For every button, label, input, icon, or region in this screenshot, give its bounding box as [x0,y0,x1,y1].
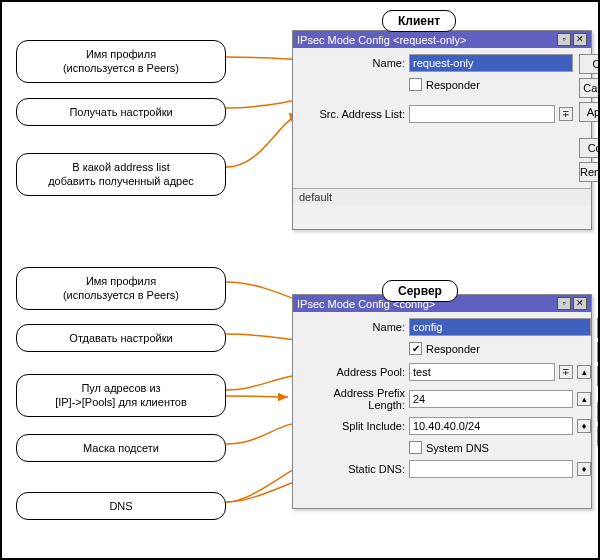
sdns-input[interactable] [409,460,573,478]
up-icon[interactable]: ▴ [577,392,591,406]
up-down-icon[interactable]: ♦ [577,462,591,476]
apply-button[interactable]: Apply [579,102,600,122]
client-title: IPsec Mode Config <request-only> [297,34,466,46]
label-split: Split Include: [299,420,405,432]
sysdns-checkbox[interactable] [409,441,422,454]
callout-server-prefix: Маска подсети [16,434,226,462]
responder-label: Responder [426,79,480,91]
responder-checkbox[interactable]: ✔ [409,342,422,355]
client-status: default [293,188,591,205]
callout-server-pool: Пул адресов из[IP]->[Pools] для клиентов [16,374,226,417]
pool-input[interactable] [409,363,555,381]
callout-server-responder: Отдавать настройки [16,324,226,352]
ok-button[interactable]: OK [579,54,600,74]
close-icon[interactable]: ✕ [573,33,587,46]
callout-server-profile: Имя профиля(используется в Peers) [16,267,226,310]
client-badge: Клиент [382,10,456,32]
copy-button[interactable]: Copy [579,138,600,158]
label-prefix: Address Prefix Length: [299,387,405,411]
name-input[interactable] [409,54,573,72]
close-icon[interactable]: ✕ [573,297,587,310]
label-sdns: Static DNS: [299,463,405,475]
server-badge: Сервер [382,280,458,302]
minimize-icon[interactable]: ▫ [557,33,571,46]
split-input[interactable] [409,417,573,435]
prefix-input[interactable] [409,390,573,408]
callout-client-responder: Получать настройки [16,98,226,126]
label-src: Src. Address List: [299,108,405,120]
responder-checkbox[interactable] [409,78,422,91]
label-name: Name: [299,321,405,333]
name-input[interactable] [409,318,591,336]
dropdown-icon[interactable]: ∓ [559,107,573,121]
minimize-icon[interactable]: ▫ [557,297,571,310]
callout-client-srclist: В какой address listдобавить полученный … [16,153,226,196]
callout-client-profile: Имя профиля(используется в Peers) [16,40,226,83]
callout-server-dns: DNS [16,492,226,520]
server-dialog: IPsec Mode Config <config> ▫ ✕ Name: ✔ R… [292,294,592,509]
up-down-icon[interactable]: ♦ [577,419,591,433]
client-dialog: IPsec Mode Config <request-only> ▫ ✕ Nam… [292,30,592,230]
client-titlebar: IPsec Mode Config <request-only> ▫ ✕ [293,31,591,48]
remove-button[interactable]: Remove [579,162,600,182]
sysdns-label: System DNS [426,442,489,454]
up-icon[interactable]: ▴ [577,365,591,379]
src-input[interactable] [409,105,555,123]
responder-label: Responder [426,343,480,355]
label-pool: Address Pool: [299,366,405,378]
label-name: Name: [299,57,405,69]
dropdown-icon[interactable]: ∓ [559,365,573,379]
cancel-button[interactable]: Cancel [579,78,600,98]
